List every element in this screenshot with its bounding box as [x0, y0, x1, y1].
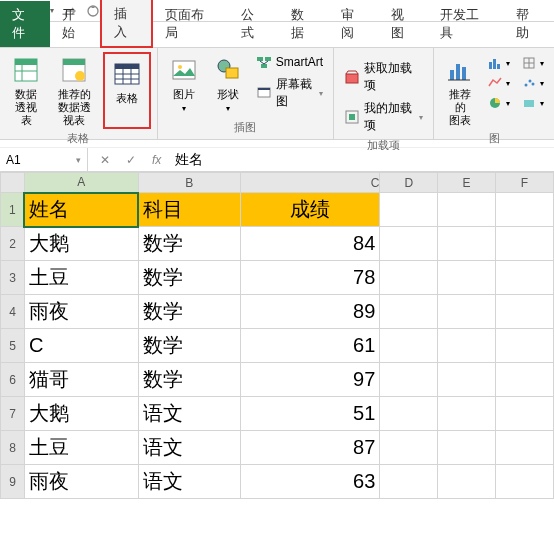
cell[interactable]: 63 [240, 465, 380, 499]
cell[interactable]: 猫哥 [24, 363, 138, 397]
cell[interactable] [438, 431, 496, 465]
cell[interactable]: 大鹅 [24, 227, 138, 261]
cell[interactable] [496, 227, 554, 261]
cell[interactable] [380, 193, 438, 227]
cell[interactable]: 51 [240, 397, 380, 431]
cell[interactable]: 雨夜 [24, 295, 138, 329]
recommended-charts-button[interactable]: 推荐的 图表 [440, 52, 480, 129]
cell[interactable] [496, 193, 554, 227]
cell[interactable] [438, 261, 496, 295]
col-header-F[interactable]: F [496, 173, 554, 193]
pivot-table-button[interactable]: 数据 透视表 [6, 52, 46, 129]
cell[interactable]: 数学 [138, 295, 240, 329]
fx-icon[interactable]: fx [148, 153, 165, 167]
cell[interactable] [496, 363, 554, 397]
row-header[interactable]: 5 [1, 329, 25, 363]
row-header[interactable]: 8 [1, 431, 25, 465]
row-header[interactable]: 9 [1, 465, 25, 499]
cell[interactable] [438, 227, 496, 261]
tab-developer[interactable]: 开发工具 [428, 1, 504, 47]
cell[interactable] [496, 295, 554, 329]
tab-formulas[interactable]: 公式 [229, 1, 279, 47]
col-header-C[interactable]: C [240, 173, 380, 193]
pictures-button[interactable]: 图片▾ [164, 52, 204, 117]
table-button[interactable]: 表格 [107, 56, 147, 107]
screenshot-button[interactable]: 屏幕截图 ▾ [252, 74, 327, 112]
cell[interactable]: 84 [240, 227, 380, 261]
row-header[interactable]: 7 [1, 397, 25, 431]
cell[interactable]: 89 [240, 295, 380, 329]
tab-file[interactable]: 文件 [0, 1, 50, 47]
cell[interactable]: C [24, 329, 138, 363]
cell[interactable] [380, 363, 438, 397]
name-box-dropdown-icon[interactable]: ▾ [76, 155, 81, 165]
cell-A1[interactable]: 姓名 [24, 193, 138, 227]
row-header[interactable]: 2 [1, 227, 25, 261]
spreadsheet-grid[interactable]: A B C D E F 1 姓名 科目 成绩 2 大鹅 数学 84 3 土豆 数… [0, 172, 554, 499]
chart-type-3[interactable]: ▾ [484, 94, 514, 112]
row-header[interactable]: 1 [1, 193, 25, 227]
tab-review[interactable]: 审阅 [329, 1, 379, 47]
recommended-pivot-button[interactable]: 推荐的 数据透视表 [50, 52, 99, 129]
row-header[interactable]: 4 [1, 295, 25, 329]
cancel-icon[interactable]: ✕ [96, 153, 114, 167]
cell[interactable] [438, 329, 496, 363]
cell[interactable]: 语文 [138, 397, 240, 431]
formula-input[interactable] [173, 150, 546, 170]
cell[interactable] [496, 431, 554, 465]
cell[interactable]: 78 [240, 261, 380, 295]
tab-view[interactable]: 视图 [379, 1, 429, 47]
cell[interactable]: 61 [240, 329, 380, 363]
chart-type-5[interactable]: ▾ [518, 74, 548, 92]
cell[interactable]: 土豆 [24, 261, 138, 295]
cell[interactable] [496, 465, 554, 499]
cell[interactable] [496, 397, 554, 431]
cell[interactable]: 数学 [138, 329, 240, 363]
get-addins-button[interactable]: 获取加载项 [340, 58, 427, 96]
name-box[interactable]: A1 ▾ [0, 148, 88, 171]
row-header[interactable]: 3 [1, 261, 25, 295]
cell[interactable]: 数学 [138, 227, 240, 261]
cell[interactable] [438, 193, 496, 227]
cell-B1[interactable]: 科目 [138, 193, 240, 227]
smartart-button[interactable]: SmartArt [252, 52, 327, 72]
tab-data[interactable]: 数据 [279, 1, 329, 47]
cell[interactable] [380, 261, 438, 295]
cell[interactable]: 语文 [138, 431, 240, 465]
cell-C1[interactable]: 成绩 [240, 193, 380, 227]
cell[interactable] [380, 329, 438, 363]
tab-home[interactable]: 开始 [50, 1, 100, 47]
tab-layout[interactable]: 页面布局 [153, 1, 229, 47]
chart-type-4[interactable]: ▾ [518, 54, 548, 72]
col-header-B[interactable]: B [138, 173, 240, 193]
cell[interactable] [380, 295, 438, 329]
cell[interactable] [380, 227, 438, 261]
chart-type-1[interactable]: ▾ [484, 54, 514, 72]
cell[interactable]: 97 [240, 363, 380, 397]
col-header-A[interactable]: A [24, 173, 138, 193]
chart-type-2[interactable]: ▾ [484, 74, 514, 92]
cell[interactable] [496, 329, 554, 363]
cell[interactable]: 数学 [138, 363, 240, 397]
col-header-D[interactable]: D [380, 173, 438, 193]
cell[interactable]: 雨夜 [24, 465, 138, 499]
cell[interactable]: 语文 [138, 465, 240, 499]
cell[interactable] [438, 397, 496, 431]
tab-insert[interactable]: 插入 [100, 0, 154, 48]
cell[interactable]: 87 [240, 431, 380, 465]
cell[interactable] [380, 397, 438, 431]
cell[interactable] [380, 431, 438, 465]
enter-icon[interactable]: ✓ [122, 153, 140, 167]
cell[interactable] [380, 465, 438, 499]
my-addins-button[interactable]: 我的加载项 ▾ [340, 98, 427, 136]
cell[interactable] [438, 295, 496, 329]
cell[interactable] [438, 465, 496, 499]
cell[interactable]: 数学 [138, 261, 240, 295]
tab-help[interactable]: 帮助 [504, 1, 554, 47]
row-header[interactable]: 6 [1, 363, 25, 397]
cell[interactable]: 土豆 [24, 431, 138, 465]
cell[interactable] [438, 363, 496, 397]
chart-type-6[interactable]: ▾ [518, 94, 548, 112]
cell[interactable]: 大鹅 [24, 397, 138, 431]
select-all-corner[interactable] [1, 173, 25, 193]
